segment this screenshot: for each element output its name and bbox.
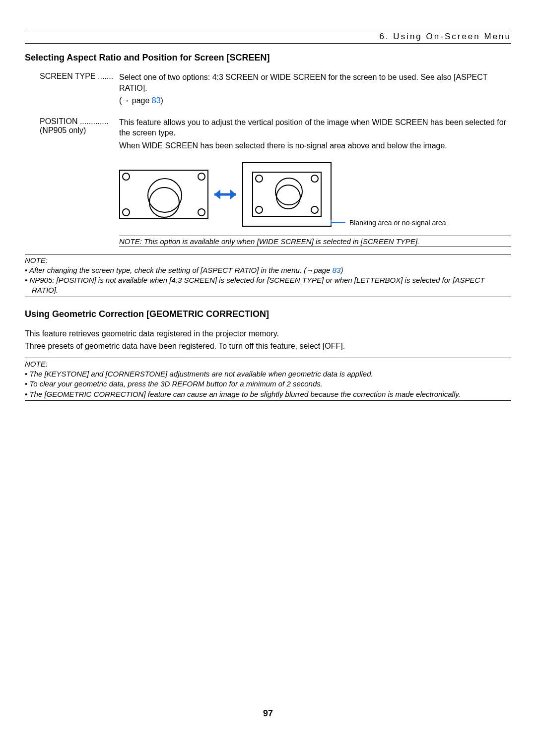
geo-body2: Three presets of geometric data have bee… — [25, 341, 511, 352]
double-arrow-icon — [212, 186, 238, 203]
term-position: POSITION ............. (NP905 only) — [40, 117, 119, 153]
diagram-left-screen — [119, 170, 208, 219]
callout-label: Blanking area or no-signal area — [349, 219, 446, 227]
svg-marker-2 — [230, 189, 236, 199]
note-block-b: NOTE: • The [KEYSTONE] and [CORNERSTONE]… — [25, 358, 511, 401]
svg-marker-1 — [214, 189, 220, 199]
screen-type-desc: Select one of two options: 4:3 SCREEN or… — [119, 72, 511, 93]
geo-body1: This feature retrieves geometric data re… — [25, 328, 511, 339]
def-screen-type: SCREEN TYPE ....... Select one of two op… — [40, 72, 511, 108]
callout-line — [331, 222, 345, 223]
page-number: 97 — [25, 708, 511, 719]
page-link-83b[interactable]: 83 — [333, 266, 341, 274]
heading-screen: Selecting Aspect Ratio and Position for … — [25, 53, 511, 63]
diagram-right-screen — [242, 162, 332, 227]
screen-type-ref: (→ page 83) — [119, 95, 511, 106]
section-header: 6. Using On-Screen Menu — [25, 32, 511, 44]
heading-geometric: Using Geometric Correction [GEOMETRIC CO… — [25, 309, 511, 319]
page-link-83a[interactable]: 83 — [152, 96, 161, 105]
diagram-screen-position: Blanking area or no-signal area — [119, 162, 511, 227]
note-block-a: NOTE: • After changing the screen type, … — [25, 254, 511, 297]
def-position: POSITION ............. (NP905 only) This… — [40, 117, 511, 153]
inline-note: NOTE: This option is available only when… — [119, 236, 511, 247]
term-screen-type: SCREEN TYPE ....... — [40, 72, 119, 108]
position-desc2: When WIDE SCREEN has been selected there… — [119, 140, 511, 151]
position-desc1: This feature allows you to adjust the ve… — [119, 117, 511, 138]
